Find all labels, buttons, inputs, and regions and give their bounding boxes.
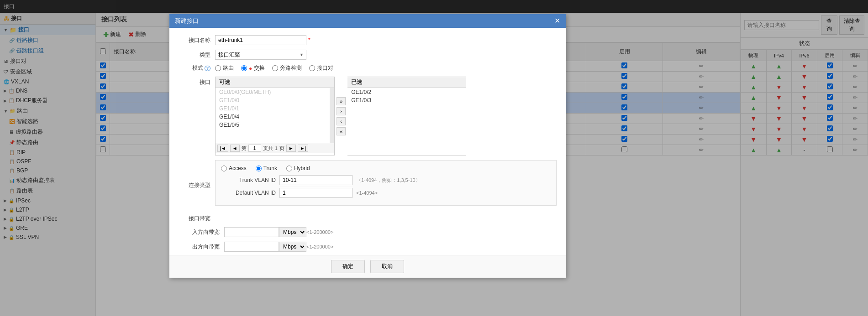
- transfer-area: 可选 GE0/0/0(GE0/METH) GE1/0/0 GE1/0/1 GE1…: [215, 77, 466, 155]
- avail-item-1: GE1/0/0: [216, 96, 334, 104]
- type-select-wrapper: 接口汇聚: [215, 50, 306, 60]
- inbound-unit-select[interactable]: Mbps: [279, 227, 306, 237]
- transfer-buttons: » › ‹ «: [335, 77, 347, 155]
- sel-item-1: GE1/0/3: [347, 96, 466, 104]
- selected-list: GE1/0/2 GE1/0/3: [347, 88, 466, 155]
- conn-access-radio[interactable]: [221, 166, 227, 171]
- avail-item-0: GE0/0/0(GE0/METH): [216, 88, 334, 96]
- page-input[interactable]: [248, 145, 261, 152]
- mode-route-radio[interactable]: [215, 65, 221, 71]
- page-next-btn[interactable]: ►: [286, 145, 296, 152]
- dialog-header: 新建接口 ✕: [169, 14, 566, 28]
- hybrid-label: Hybrid: [294, 165, 310, 171]
- page-prev-btn[interactable]: ◄: [230, 145, 240, 152]
- selected-header: 已选: [347, 77, 466, 88]
- type-select[interactable]: 接口汇聚: [215, 50, 306, 60]
- interface-label: 接口: [179, 77, 215, 86]
- inbound-hint: <1-200000>: [306, 229, 333, 235]
- mode-row: 模式? 路由 ● 交换 旁路检测 接口对: [179, 64, 557, 72]
- bandwidth-label-row: 接口带宽: [179, 215, 557, 223]
- transfer-all-right-btn[interactable]: »: [337, 97, 346, 105]
- type-row: 类型 接口汇聚: [179, 50, 557, 60]
- trunk-vlan-row: Trunk VLAN ID 〈1-4094，例如：1,3,5-10〉: [221, 175, 551, 185]
- trunk-vlan-hint: 〈1-4094，例如：1,3,5-10〉: [356, 177, 421, 184]
- page-first-btn[interactable]: |◄: [217, 145, 228, 152]
- inbound-label: 入方向带宽: [179, 228, 224, 236]
- cancel-button[interactable]: 取消: [370, 260, 404, 273]
- mode-switch-radio[interactable]: [241, 65, 247, 71]
- transfer-all-left-btn[interactable]: «: [337, 127, 346, 135]
- selected-box: 已选 GE1/0/2 GE1/0/3: [347, 77, 466, 155]
- default-vlan-label: Default VLAN ID: [221, 190, 276, 196]
- mode-bypass[interactable]: 旁路检测: [272, 64, 302, 72]
- conn-type-label: 连接类型: [179, 181, 215, 189]
- default-vlan-input[interactable]: [279, 188, 352, 198]
- avail-item-2: GE1/0/1: [216, 104, 334, 113]
- type-label: 类型: [179, 51, 215, 59]
- conn-type-header: Access Trunk Hybrid: [221, 165, 551, 171]
- page-last-btn[interactable]: ►|: [298, 145, 309, 152]
- available-box: 可选 GE0/0/0(GE0/METH) GE1/0/0 GE1/0/1 GE1…: [215, 77, 335, 155]
- mode-pair[interactable]: 接口对: [309, 64, 333, 72]
- mode-label: 模式?: [179, 64, 215, 72]
- conn-type-area: Access Trunk Hybrid Trunk VLAN ID 〈: [215, 160, 557, 206]
- available-list: GE0/0/0(GE0/METH) GE1/0/0 GE1/0/1 GE1/0/…: [216, 88, 334, 143]
- page-label: 第: [242, 145, 247, 152]
- interface-name-row: 接口名称 *: [179, 35, 557, 45]
- inbound-input[interactable]: [224, 227, 279, 237]
- outbound-row: 出方向带宽 Mbps <1-200000>: [179, 242, 557, 252]
- mode-pair-radio[interactable]: [309, 65, 315, 71]
- new-interface-dialog: 新建接口 ✕ 接口名称 * 类型 接口汇聚 模式?: [169, 14, 566, 278]
- interface-row: 接口 可选 GE0/0/0(GE0/METH) GE1/0/0 GE1/0/1 …: [179, 77, 557, 155]
- inbound-row: 入方向带宽 Mbps <1-200000>: [179, 227, 557, 237]
- available-header: 可选: [216, 77, 334, 88]
- conn-hybrid-radio[interactable]: [286, 166, 292, 171]
- dialog-overlay: 新建接口 ✕ 接口名称 * 类型 接口汇聚 模式?: [0, 0, 868, 316]
- page-total: 1: [275, 145, 278, 151]
- transfer-one-right-btn[interactable]: ›: [337, 107, 346, 115]
- mode-route[interactable]: 路由: [215, 64, 234, 72]
- bandwidth-label: 接口带宽: [179, 215, 215, 223]
- conn-type-row: 连接类型 Access Trunk Hybrid: [179, 160, 557, 210]
- outbound-input[interactable]: [224, 242, 279, 252]
- avail-item-3[interactable]: GE1/0/4: [216, 113, 334, 121]
- interface-name-input[interactable]: [215, 35, 306, 45]
- required-star: *: [308, 37, 310, 43]
- outbound-label: 出方向带宽: [179, 243, 224, 251]
- transfer-one-left-btn[interactable]: ‹: [337, 117, 346, 125]
- trunk-vlan-label: Trunk VLAN ID: [221, 177, 276, 183]
- conn-trunk[interactable]: Trunk: [256, 165, 277, 171]
- list-scrollbar: [330, 88, 334, 143]
- avail-item-4[interactable]: GE1/0/5: [216, 121, 334, 129]
- mode-bypass-radio[interactable]: [272, 65, 278, 71]
- conn-access[interactable]: Access: [221, 165, 247, 171]
- outbound-hint: <1-200000>: [306, 244, 333, 249]
- outbound-unit-select[interactable]: Mbps: [279, 242, 306, 252]
- sel-item-0: GE1/0/2: [347, 88, 466, 96]
- access-label: Access: [229, 165, 247, 171]
- confirm-button[interactable]: 确定: [331, 260, 365, 273]
- interface-name-label: 接口名称: [179, 36, 215, 44]
- dialog-body: 接口名称 * 类型 接口汇聚 模式? 路由: [169, 28, 566, 255]
- dialog-title: 新建接口: [175, 17, 199, 25]
- dialog-close-button[interactable]: ✕: [554, 17, 560, 25]
- page-of-label: 页共: [263, 145, 273, 152]
- default-vlan-row: Default VLAN ID <1-4094>: [221, 188, 551, 198]
- page-unit-label: 页: [279, 145, 284, 152]
- trunk-label: Trunk: [263, 165, 277, 171]
- mode-radio-group: 路由 ● 交换 旁路检测 接口对: [215, 64, 333, 72]
- conn-trunk-radio[interactable]: [256, 166, 262, 171]
- mode-switch[interactable]: ● 交换: [241, 64, 265, 72]
- dialog-footer: 确定 取消: [169, 255, 566, 278]
- available-pagination: |◄ ◄ 第 页共 1 页 ► ►|: [216, 143, 334, 153]
- conn-hybrid[interactable]: Hybrid: [286, 165, 310, 171]
- default-vlan-hint: <1-4094>: [356, 190, 378, 196]
- trunk-vlan-input[interactable]: [279, 175, 352, 185]
